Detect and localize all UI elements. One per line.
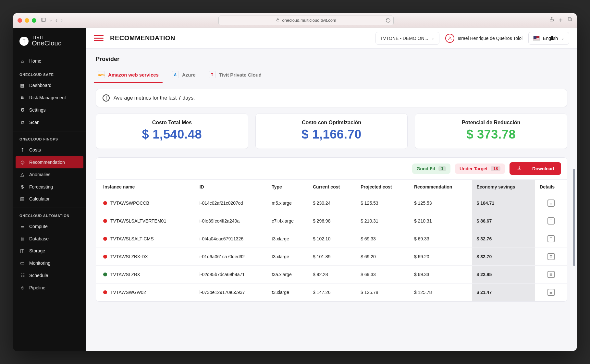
- sidebar-item-costs[interactable]: ⇡Costs: [13, 144, 86, 156]
- sidebar-item-monitoring[interactable]: ▭Monitoring: [13, 257, 86, 269]
- metric-title: Potencial de Reducción: [418, 120, 564, 126]
- risk-icon: ≋: [19, 95, 25, 101]
- badge-label: Good Fit: [417, 166, 436, 171]
- badge-count: 1: [438, 166, 446, 171]
- status-dot-icon: [103, 219, 107, 223]
- details-button[interactable]: ☰: [547, 253, 555, 260]
- scrollbar[interactable]: [573, 97, 575, 338]
- instance-name: TVTAWSLZBX-DX: [110, 254, 148, 259]
- sidebar-item-home[interactable]: ⌂ Home: [13, 55, 86, 67]
- window-close-icon[interactable]: [18, 18, 22, 23]
- instance-name: TVTAWSLSALTVERTEM01: [110, 218, 166, 224]
- refresh-icon[interactable]: [386, 18, 391, 24]
- tab-label: Amazon web services: [108, 72, 159, 78]
- metric-value: $ 1,540.48: [99, 127, 245, 141]
- sidebar-item-label: Costs: [29, 147, 41, 152]
- metric-value: $ 1,166.70: [259, 127, 404, 141]
- share-icon[interactable]: [549, 17, 554, 24]
- window-minimize-icon[interactable]: [25, 18, 29, 23]
- nav-back-icon[interactable]: ‹: [55, 17, 57, 24]
- address-url: onecloud.multicloud.tivit.com: [282, 18, 336, 23]
- svg-rect-0: [42, 18, 45, 21]
- instance-id: i-014c02af21c0207cd: [195, 194, 267, 212]
- col-recommendation: Recommendation: [410, 180, 472, 194]
- anomalies-icon: △: [19, 172, 25, 177]
- details-button[interactable]: ☰: [547, 235, 555, 242]
- tenant-select[interactable]: TVTONE - DEMO ON... ⌄: [375, 32, 440, 45]
- sidebar-item-pipeline[interactable]: ⎋Pipeline: [13, 282, 86, 294]
- projected-cost: $ 125.53: [356, 194, 410, 212]
- costs-icon: ⇡: [19, 147, 25, 153]
- metric-value: $ 373.78: [418, 127, 564, 141]
- economy-savings: $ 21.47: [472, 284, 535, 301]
- tabs-overview-icon[interactable]: [567, 17, 572, 24]
- tab-azure[interactable]: AAzure: [170, 68, 198, 83]
- svg-rect-4: [569, 18, 572, 21]
- recommendations-table: Instance name ID Type Current cost Proje…: [96, 179, 567, 301]
- user-menu[interactable]: Israel Henrique de Queiros Toloi: [445, 34, 522, 43]
- chevron-down-icon[interactable]: ⌄: [49, 18, 52, 22]
- sidebar-item-label: Forecasting: [29, 184, 53, 189]
- scan-icon: ⧉: [19, 119, 25, 125]
- table-row: TVTAWSLSALT-CMSi-0f4a04eac67911326t3.xla…: [96, 230, 567, 248]
- col-current: Current cost: [308, 180, 356, 194]
- sidebar-item-recommendation[interactable]: ◎Recommendation: [16, 156, 83, 168]
- metrics-notice: ! Average metrics for the last 7 days.: [96, 89, 567, 107]
- sidebar-item-schedule[interactable]: ☷Schedule: [13, 269, 86, 282]
- details-button[interactable]: ☰: [547, 289, 555, 296]
- filter-good-fit[interactable]: Good Fit 1: [412, 164, 451, 174]
- sidebar-item-label: Risk Management: [29, 95, 66, 100]
- status-dot-icon: [103, 237, 107, 241]
- filter-under-target[interactable]: Under Target 18: [455, 164, 505, 174]
- status-dot-icon: [103, 201, 107, 205]
- download-button[interactable]: Download: [510, 162, 561, 175]
- col-instance: Instance name: [96, 180, 195, 194]
- sidebar-item-storage[interactable]: ◫Storage: [13, 245, 86, 257]
- details-button[interactable]: ☰: [547, 217, 555, 224]
- economy-savings: $ 32.76: [472, 230, 535, 248]
- metric-card: Costo con Optimización$ 1,166.70: [255, 114, 408, 149]
- menu-toggle-button[interactable]: [94, 33, 104, 43]
- monitoring-icon: ▭: [19, 260, 25, 266]
- nav-forward-icon[interactable]: ›: [61, 17, 63, 24]
- language-select[interactable]: English ⌄: [528, 32, 569, 45]
- sidebar-item-scan[interactable]: ⧉Scan: [13, 116, 86, 128]
- sidebar-item-forecasting[interactable]: $Forecasting: [13, 181, 86, 193]
- sidebar-item-settings[interactable]: ⚙Settings: [13, 104, 86, 116]
- sidebar-item-compute[interactable]: ≣Compute: [13, 220, 86, 233]
- download-label: Download: [532, 166, 554, 171]
- user-name: Israel Henrique de Queiros Toloi: [458, 36, 522, 41]
- sidebar-item-anomalies[interactable]: △Anomalies: [13, 168, 86, 181]
- address-bar[interactable]: onecloud.multicloud.tivit.com: [218, 16, 394, 25]
- metric-card: Costo Total Mes$ 1,540.48: [96, 114, 248, 149]
- status-dot-icon: [103, 290, 107, 294]
- tab-amazon-web-services[interactable]: awsAmazon web services: [96, 68, 161, 83]
- table-row: TVTAWSWGW02i-073be129170e55937t3.xlarge$…: [96, 284, 567, 301]
- storage-icon: ◫: [19, 248, 25, 254]
- recommendation-cost: $ 69.33: [410, 266, 472, 284]
- metric-card: Potencial de Reducción$ 373.78: [415, 114, 567, 149]
- sidebar-item-database[interactable]: ⌸Database: [13, 233, 86, 245]
- details-button[interactable]: ☰: [547, 271, 555, 278]
- sidebar-item-calculator[interactable]: ▤Calculator: [13, 193, 86, 205]
- compute-icon: ≣: [19, 224, 25, 229]
- sidebar-item-risk-management[interactable]: ≋Risk Management: [13, 91, 86, 104]
- language-label: English: [543, 36, 558, 41]
- details-button[interactable]: ☰: [547, 200, 555, 207]
- sidebar-item-label: Monitoring: [29, 261, 50, 266]
- sidebar-item-label: Schedule: [29, 273, 48, 278]
- schedule-icon: ☷: [19, 273, 25, 278]
- status-dot-icon: [103, 255, 107, 259]
- economy-savings: $ 104.71: [472, 194, 535, 212]
- projected-cost: $ 69.33: [356, 266, 410, 284]
- badge-label: Under Target: [460, 166, 487, 171]
- new-tab-icon[interactable]: +: [559, 17, 563, 24]
- sidebar-section-title: ONECLOUD FINOPS: [13, 131, 86, 144]
- sidebar-toggle-icon[interactable]: [41, 17, 46, 24]
- tab-tivit-private-cloud[interactable]: TTivit Private Cloud: [207, 68, 264, 83]
- economy-savings: $ 86.67: [472, 212, 535, 230]
- recommendation-cost: $ 210.31: [410, 212, 472, 230]
- window-zoom-icon[interactable]: [32, 18, 36, 23]
- recommendation-cost: $ 69.20: [410, 248, 472, 266]
- sidebar-item-dashboard[interactable]: ▦Dashboard: [13, 79, 86, 91]
